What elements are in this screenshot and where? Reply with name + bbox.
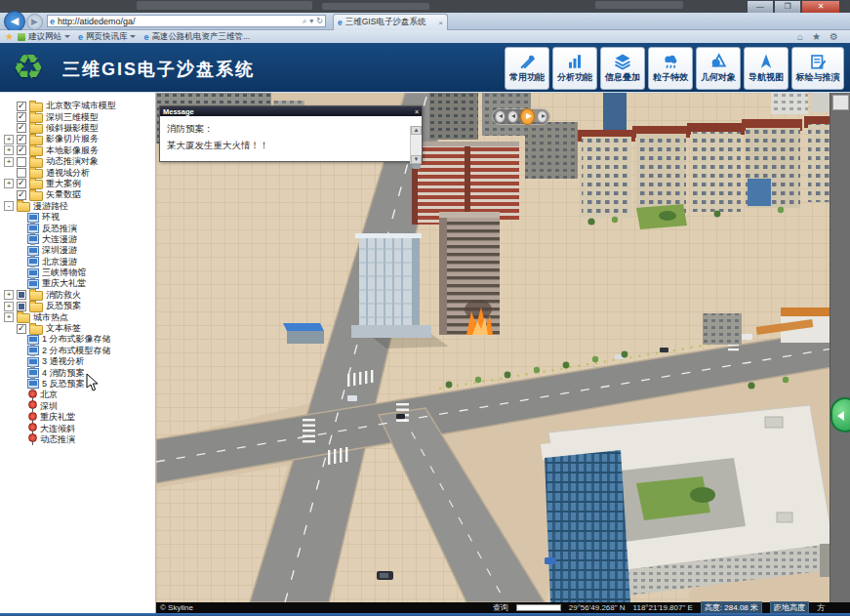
step-back-button[interactable]: [507, 110, 518, 123]
smoke: [465, 300, 492, 319]
common-functions-button[interactable]: 常用功能: [505, 47, 549, 90]
scroll-down-icon[interactable]: ▼: [411, 155, 422, 164]
suggested-sites-icon: [18, 33, 25, 41]
scroll-up-icon[interactable]: ▲: [411, 126, 422, 135]
step-forward-button[interactable]: [537, 110, 547, 123]
tree-expander[interactable]: +: [4, 135, 14, 144]
ie-page-icon: e: [50, 17, 55, 26]
right-scroll-strip[interactable]: [830, 93, 850, 602]
tree-item[interactable]: + 反恐预案: [0, 301, 155, 311]
background-window: [137, 1, 312, 10]
navigation-arrow-icon: [756, 53, 776, 70]
tree-checkbox[interactable]: [17, 112, 26, 122]
settings-gear-icon[interactable]: ⚙: [830, 31, 838, 42]
home-icon[interactable]: ⌂: [797, 31, 803, 42]
plot-deduction-button[interactable]: 标绘与推演: [791, 47, 844, 90]
pin-icon: [28, 433, 37, 442]
tree-item[interactable]: 深圳: [0, 401, 155, 412]
favorites-star-icon[interactable]: ★: [812, 31, 821, 42]
map-3d-scene[interactable]: [156, 93, 850, 602]
tree-expander[interactable]: +: [4, 312, 14, 322]
refresh-icon[interactable]: ↻: [316, 17, 323, 25]
tools-icon: [517, 53, 537, 70]
caret-down-icon: [64, 35, 70, 38]
tree-checkbox[interactable]: [17, 302, 26, 311]
longitude-value: 118°21'19.807" E: [633, 603, 693, 612]
tree-checkbox[interactable]: [17, 168, 26, 178]
recycle-leaves-logo-icon: ♻: [13, 47, 44, 88]
folder-icon: [17, 202, 30, 212]
message-scrollbar[interactable]: ▲ ▼: [410, 126, 422, 164]
tree-expander[interactable]: -: [4, 201, 14, 211]
side-panel-toggle-button[interactable]: [830, 397, 850, 432]
monitor-icon: [27, 234, 39, 244]
map-status-bar: © Skyline 查询 29°56'49.268" N 118°21'19.8…: [156, 602, 850, 613]
tree-expander[interactable]: +: [4, 157, 14, 167]
layers-icon: [613, 53, 632, 70]
play-button[interactable]: [520, 108, 535, 125]
back-button[interactable]: ◀: [4, 11, 25, 32]
tree-item[interactable]: 北京: [0, 390, 155, 400]
tree-checkbox[interactable]: [17, 324, 26, 334]
tree-expander[interactable]: +: [4, 145, 14, 155]
navigation-view-button[interactable]: 导航视图: [744, 47, 789, 90]
tree-item[interactable]: 大连漫游: [0, 234, 155, 245]
favorite-item[interactable]: 建议网站: [28, 31, 70, 43]
particle-effects-button[interactable]: 粒子特效: [648, 47, 693, 90]
tree-item[interactable]: 环视: [0, 212, 155, 223]
background-window: [595, 1, 683, 9]
tree-checkbox[interactable]: [17, 123, 26, 133]
forward-button[interactable]: ▶: [26, 14, 43, 30]
tree-item[interactable]: 动态推演: [0, 434, 155, 445]
url-text[interactable]: http://atidedemo/ga/: [58, 17, 300, 26]
tree-item[interactable]: 矢量数据: [0, 189, 155, 200]
tree-expander[interactable]: +: [4, 302, 14, 311]
tree-expander[interactable]: +: [4, 290, 14, 300]
monitor-icon: [27, 335, 39, 345]
scrollbar-thumb[interactable]: [832, 95, 849, 110]
tree-checkbox[interactable]: [17, 179, 26, 188]
caret-down-icon: [130, 35, 136, 38]
tree-expander[interactable]: +: [4, 179, 14, 188]
message-line: 某大厦发生重大火情！！: [167, 137, 406, 153]
tree-checkbox[interactable]: [17, 290, 26, 300]
tree-item[interactable]: 大连倾斜: [0, 423, 155, 433]
favorites-star-icon[interactable]: ★: [5, 31, 14, 42]
latitude-value: 29°56'49.268" N: [569, 603, 626, 612]
browser-tab[interactable]: e 三维GIS电子沙盘系统 ×: [333, 14, 448, 30]
tree-checkbox[interactable]: [17, 135, 26, 144]
address-bar[interactable]: e http://atidedemo/ga/ ⌕ ▾ ↻: [47, 15, 326, 27]
geometry-objects-button[interactable]: 几何对象: [696, 47, 741, 90]
building-courtyard-complex: [541, 405, 836, 602]
tree-item[interactable]: 重庆礼堂: [0, 412, 155, 423]
tree-checkbox[interactable]: [17, 102, 26, 111]
message-line: 消防预案：: [167, 120, 406, 137]
message-close-icon[interactable]: ×: [415, 108, 419, 115]
monitor-icon: [27, 257, 39, 267]
autocomplete-caret-icon[interactable]: ▾: [309, 17, 313, 25]
favorite-item[interactable]: 高速公路机电资产三维管...: [152, 31, 251, 43]
map-3d-viewport[interactable]: Message × 消防预案： 某大厦发生重大火情！！ ▲ ▼: [156, 93, 850, 602]
tree-checkbox[interactable]: [17, 190, 26, 200]
tab-close-icon[interactable]: ×: [438, 19, 443, 27]
analysis-functions-button[interactable]: 分析功能: [552, 47, 597, 90]
tree-checkbox[interactable]: [17, 145, 26, 155]
monitor-icon: [27, 279, 39, 289]
message-titlebar[interactable]: Message ×: [160, 106, 422, 116]
search-icon[interactable]: ⌕: [303, 17, 306, 26]
tree-checkbox[interactable]: [17, 157, 26, 167]
blue-glass-facade: [545, 450, 630, 602]
monitor-icon: [27, 224, 39, 233]
tree-item[interactable]: - 漫游路径: [0, 201, 155, 212]
tree-item[interactable]: 5 反恐预案: [0, 379, 155, 390]
browser-navbar: ◀ ▶ e http://atidedemo/ga/ ⌕ ▾ ↻ e 三维GIS…: [0, 13, 850, 30]
pin-icon: [28, 400, 37, 409]
info-overlay-button[interactable]: 信息叠加: [600, 47, 645, 90]
message-body: 消防预案： 某大厦发生重大火情！！ ▲ ▼: [160, 116, 422, 165]
rewind-button[interactable]: [495, 110, 506, 123]
tree-item[interactable]: 反恐推演: [0, 223, 155, 233]
favorite-item[interactable]: 网页快讯库: [86, 31, 137, 43]
ie-page-icon: e: [338, 18, 343, 27]
tree-item[interactable]: 深圳漫游: [0, 245, 155, 256]
heading-label: 方: [817, 602, 825, 613]
